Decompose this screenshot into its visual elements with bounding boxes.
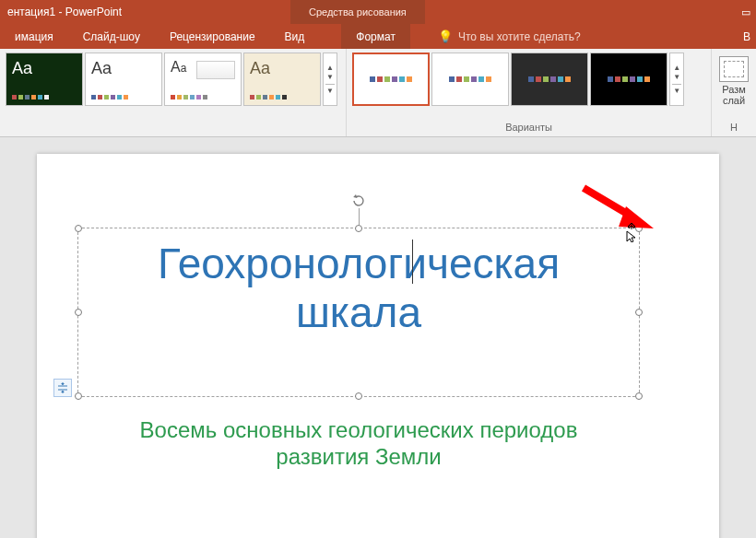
- autofit-options-icon[interactable]: [53, 379, 72, 397]
- text-caret: [412, 240, 413, 284]
- theme-thumbnail[interactable]: Aa: [243, 53, 321, 106]
- ribbon-options-icon[interactable]: ▭: [741, 6, 750, 18]
- title-line-2: шкала: [78, 288, 639, 337]
- ribbon: AaAaAaAa▲▼▼ ▲▼▼ Варианты Разм слай Н: [0, 49, 756, 137]
- login-fragment[interactable]: В: [743, 24, 756, 49]
- tell-me-search[interactable]: 💡 Что вы хотите сделать?: [438, 24, 581, 49]
- variant-thumbnail[interactable]: [352, 53, 430, 106]
- annotation-arrow: [576, 181, 659, 235]
- document-title: ентация1 - PowerPoint: [7, 6, 122, 18]
- rotate-handle-icon[interactable]: [351, 193, 366, 208]
- slide-size-label-2: слай: [722, 95, 746, 106]
- resize-handle[interactable]: [355, 392, 362, 400]
- lightbulb-icon: 💡: [438, 29, 453, 43]
- slide-size-icon[interactable]: [719, 56, 749, 82]
- slide-size-group: Разм слай Н: [712, 49, 756, 136]
- resize-handle[interactable]: [635, 392, 643, 400]
- resize-handle[interactable]: [75, 392, 82, 400]
- variants-group: ▲▼▼ Варианты: [347, 49, 712, 136]
- subtitle-line-2: развития Земли: [77, 444, 640, 471]
- theme-thumbnail[interactable]: Aa: [85, 53, 162, 106]
- slide-canvas-area: Геохронологическая шкала Восемь основных…: [0, 137, 756, 538]
- move-cursor-icon: [623, 222, 640, 245]
- variant-thumbnail[interactable]: [590, 53, 667, 106]
- variants-more-dropdown[interactable]: ▲▼▼: [669, 53, 684, 106]
- title-textbox-selection[interactable]: Геохронологическая шкала: [77, 228, 640, 397]
- tab-review[interactable]: Рецензирование: [155, 24, 270, 49]
- tab-view[interactable]: Вид: [270, 24, 320, 49]
- title-text[interactable]: Геохронологическая шкала: [78, 228, 639, 337]
- slide[interactable]: Геохронологическая шкала Восемь основных…: [37, 154, 719, 538]
- customize-group-label-frag: Н: [730, 122, 738, 134]
- subtitle-text[interactable]: Восемь основных геологических периодов р…: [77, 417, 640, 471]
- tab-slideshow[interactable]: Слайд-шоу: [68, 24, 155, 49]
- variant-thumbnail[interactable]: [431, 53, 509, 106]
- subtitle-line-1: Восемь основных геологических периодов: [77, 417, 640, 444]
- themes-group: AaAaAaAa▲▼▼: [0, 49, 347, 136]
- tab-animation[interactable]: имация: [0, 24, 68, 49]
- variant-thumbnail[interactable]: [511, 53, 588, 106]
- title-bar: ентация1 - PowerPoint Средства рисования…: [0, 0, 756, 24]
- variants-group-label: Варианты: [352, 122, 705, 134]
- themes-more-dropdown[interactable]: ▲▼▼: [323, 53, 337, 106]
- contextual-tools-label: Средства рисования: [290, 0, 425, 24]
- theme-thumbnail[interactable]: Aa: [6, 53, 83, 106]
- slide-size-label-1: Разм: [722, 84, 746, 95]
- theme-thumbnail[interactable]: Aa: [164, 53, 242, 106]
- title-line-1: Геохронологическая: [78, 240, 639, 288]
- tell-me-placeholder: Что вы хотите сделать?: [458, 30, 581, 43]
- tab-format[interactable]: Формат: [341, 24, 410, 49]
- ribbon-tabs: имация Слайд-шоу Рецензирование Вид Форм…: [0, 24, 756, 49]
